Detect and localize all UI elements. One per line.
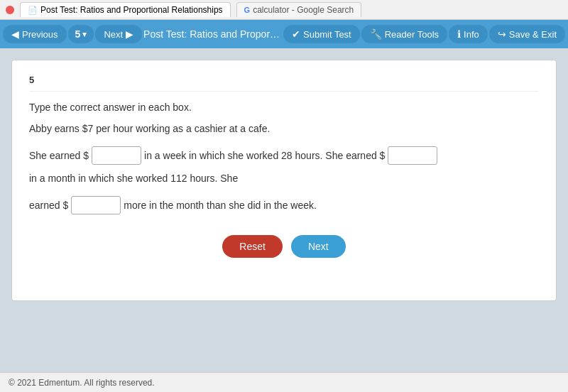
main-content: 5 Type the correct answer in each box. A… <box>0 48 568 372</box>
toolbar-title: Post Test: Ratios and Proportional Re <box>143 28 282 40</box>
line1-middle: in a week in which she worked 28 hours. … <box>144 146 385 165</box>
inactive-tab[interactable]: G calculator - Google Search <box>236 2 362 17</box>
save-exit-label: Save & Exit <box>509 29 557 40</box>
reset-button[interactable]: Reset <box>222 235 283 258</box>
question-number: 5 <box>29 75 539 92</box>
next-button-toolbar[interactable]: Next ▶ <box>95 25 142 43</box>
copyright-text: © 2021 Edmentum. All rights reserved. <box>9 378 155 388</box>
doc-icon: 📄 <box>28 6 38 15</box>
line2-before: earned $ <box>29 195 68 215</box>
next-label-question: Next <box>308 241 329 252</box>
info-button[interactable]: ℹ Info <box>449 25 488 43</box>
next-icon: ▶ <box>126 28 133 40</box>
title-bar: 📄 Post Test: Ratios and Proportional Rel… <box>0 0 568 20</box>
save-exit-button[interactable]: ↪ Save & Exit <box>489 25 565 43</box>
next-label-toolbar: Next <box>104 29 123 40</box>
active-tab[interactable]: 📄 Post Test: Ratios and Proportional Rel… <box>20 2 231 17</box>
answer-line-1: She earned $ in a week in which she work… <box>29 146 539 188</box>
question-number-value: 5 <box>75 28 81 40</box>
toolbar: ◀ Previous 5 ▾ Next ▶ Post Test: Ratios … <box>0 20 568 48</box>
question-number-button[interactable]: 5 ▾ <box>68 25 94 43</box>
previous-icon: ◀ <box>11 28 19 40</box>
instruction-text: Type the correct answer in each box. <box>29 102 539 113</box>
question-card: 5 Type the correct answer in each box. A… <box>11 60 557 301</box>
reader-tools-label: Reader Tools <box>385 29 439 40</box>
next-button-question[interactable]: Next <box>291 235 346 258</box>
reset-label: Reset <box>239 241 266 252</box>
line1-before: She earned $ <box>29 146 89 165</box>
reader-tools-button[interactable]: 🔧 Reader Tools <box>361 25 447 43</box>
line2-after: more in the month than she did in the we… <box>124 195 317 215</box>
chevron-down-icon: ▾ <box>82 30 87 39</box>
answer-input-2[interactable] <box>388 146 437 165</box>
line1-after: in a month in which she worked 112 hours… <box>29 168 238 188</box>
previous-button[interactable]: ◀ Previous <box>3 25 67 43</box>
answer-line-2: earned $ more in the month than she did … <box>29 195 539 215</box>
submit-test-button[interactable]: ✔ Submit Test <box>283 25 360 43</box>
submit-label: Submit Test <box>303 29 351 40</box>
info-label: Info <box>464 29 479 40</box>
toolbar-right: ✔ Submit Test 🔧 Reader Tools ℹ Info ↪ Sa… <box>283 25 565 43</box>
close-button[interactable] <box>6 6 14 14</box>
wrench-icon: 🔧 <box>370 28 382 40</box>
action-buttons: Reset Next <box>29 235 539 258</box>
answer-input-3[interactable] <box>71 196 121 214</box>
answer-input-1[interactable] <box>92 146 141 165</box>
info-icon: ℹ <box>457 28 461 40</box>
google-icon: G <box>244 6 251 14</box>
submit-icon: ✔ <box>292 28 300 40</box>
problem-text: Abby earns $7 per hour working as a cash… <box>29 123 539 134</box>
inactive-tab-label: calculator - Google Search <box>253 5 354 15</box>
previous-label: Previous <box>22 29 58 40</box>
footer: © 2021 Edmentum. All rights reserved. <box>0 372 568 392</box>
active-tab-label: Post Test: Ratios and Proportional Relat… <box>40 5 223 15</box>
exit-icon: ↪ <box>498 28 506 40</box>
